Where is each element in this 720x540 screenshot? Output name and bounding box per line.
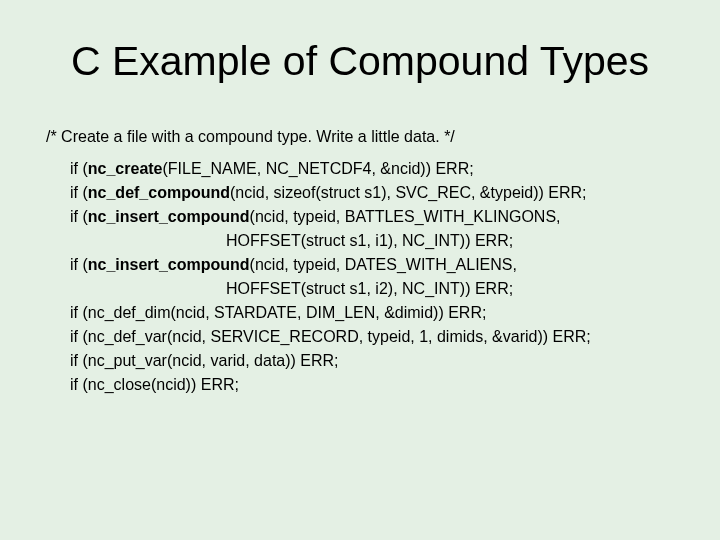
slide: C Example of Compound Types /* Create a … — [0, 0, 720, 540]
code-line: if (nc_put_var(ncid, varid, data)) ERR; — [70, 349, 680, 373]
slide-title: C Example of Compound Types — [40, 38, 680, 85]
code-text: if ( — [70, 184, 88, 201]
code-line: if (nc_create(FILE_NAME, NC_NETCDF4, &nc… — [70, 157, 680, 181]
code-text: if ( — [70, 256, 88, 273]
code-text: if (nc_def_var(ncid, SERVICE_RECORD, typ… — [70, 328, 591, 345]
code-text: if (nc_put_var(ncid, varid, data)) ERR; — [70, 352, 339, 369]
code-text: if ( — [70, 160, 88, 177]
code-text: if (nc_close(ncid)) ERR; — [70, 376, 239, 393]
code-text: (ncid, typeid, BATTLES_WITH_KLINGONS, — [250, 208, 561, 225]
code-text: (ncid, sizeof(struct s1), SVC_REC, &type… — [230, 184, 587, 201]
code-line: if (nc_close(ncid)) ERR; — [70, 373, 680, 397]
code-text: HOFFSET(struct s1, i1), NC_INT)) ERR; — [226, 232, 513, 249]
code-text: if ( — [70, 208, 88, 225]
code-line: if (nc_def_compound(ncid, sizeof(struct … — [70, 181, 680, 205]
code-line: HOFFSET(struct s1, i1), NC_INT)) ERR; — [70, 229, 680, 253]
code-text: if (nc_def_dim(ncid, STARDATE, DIM_LEN, … — [70, 304, 486, 321]
function-name: nc_insert_compound — [88, 208, 250, 225]
code-line: if (nc_insert_compound(ncid, typeid, DAT… — [70, 253, 680, 277]
slide-content: /* Create a file with a compound type. W… — [40, 125, 680, 397]
code-line: if (nc_insert_compound(ncid, typeid, BAT… — [70, 205, 680, 229]
code-line: if (nc_def_dim(ncid, STARDATE, DIM_LEN, … — [70, 301, 680, 325]
function-name: nc_create — [88, 160, 163, 177]
code-text: (FILE_NAME, NC_NETCDF4, &ncid)) ERR; — [163, 160, 474, 177]
code-line: HOFFSET(struct s1, i2), NC_INT)) ERR; — [70, 277, 680, 301]
code-text: HOFFSET(struct s1, i2), NC_INT)) ERR; — [226, 280, 513, 297]
function-name: nc_def_compound — [88, 184, 230, 201]
code-block: if (nc_create(FILE_NAME, NC_NETCDF4, &nc… — [46, 157, 680, 397]
function-name: nc_insert_compound — [88, 256, 250, 273]
code-text: (ncid, typeid, DATES_WITH_ALIENS, — [250, 256, 517, 273]
code-line: if (nc_def_var(ncid, SERVICE_RECORD, typ… — [70, 325, 680, 349]
code-comment: /* Create a file with a compound type. W… — [46, 125, 680, 149]
